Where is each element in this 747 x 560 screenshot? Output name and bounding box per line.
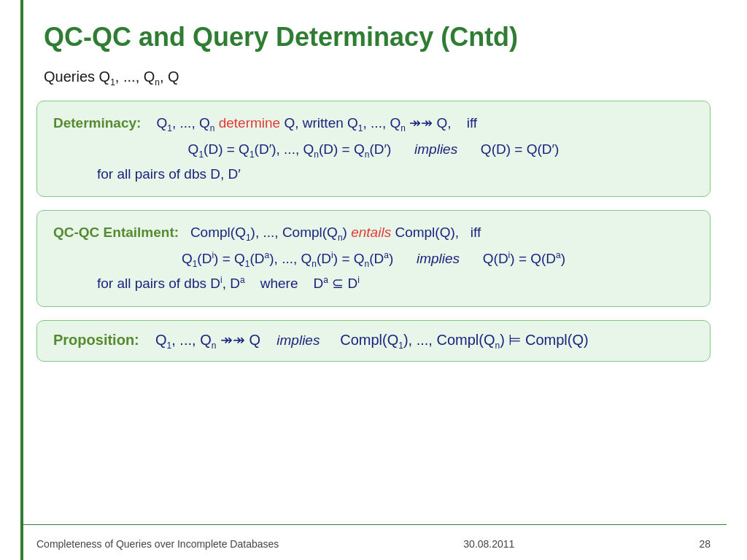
qcqc-line2: Q1(Di) = Q1(Da), ..., Qn(Di) = Qn(Da) im… [53, 249, 694, 271]
proposition-box: Proposition: Q1, ..., Qn ↠↠ Q implies Co… [36, 320, 711, 362]
qcqc-line1: QC-QC Entailment: Compl(Q1), ..., Compl(… [53, 222, 694, 244]
footer-divider [20, 524, 727, 526]
queries-line: Queries Q1, ..., Qn, Q [44, 69, 711, 88]
slide-title: QC-QC and Query Determinacy (Cntd) [44, 22, 711, 52]
left-border-decoration [20, 0, 23, 560]
entails-word: entails [351, 225, 391, 240]
determine-word: determine [219, 115, 281, 131]
slide: QC-QC and Query Determinacy (Cntd) Queri… [0, 0, 747, 560]
where-word: where [260, 276, 298, 291]
proposition-label: Proposition: [53, 332, 139, 348]
footer-page: 28 [699, 538, 711, 550]
determinacy-box: Determinacy: Q1, ..., Qn determine Q, wr… [36, 101, 711, 197]
footer: Completeness of Queries over Incomplete … [36, 538, 711, 550]
determinacy-line2: Q1(D) = Q1(D′), ..., Qn(D) = Qn(D′) impl… [53, 139, 694, 161]
determinacy-line3: for all pairs of dbs D, D′ [53, 164, 694, 185]
footer-left-text: Completeness of Queries over Incomplete … [36, 538, 279, 550]
determinacy-line1: Determinacy: Q1, ..., Qn determine Q, wr… [53, 113, 694, 135]
footer-date: 30.08.2011 [463, 538, 514, 550]
determinacy-label: Determinacy: [53, 115, 141, 131]
qcqc-box: QC-QC Entailment: Compl(Q1), ..., Compl(… [36, 210, 711, 307]
qcqc-line3: for all pairs of dbs Di, Da where Da ⊆ D… [53, 273, 694, 295]
qcqc-label: QC-QC Entailment: [53, 225, 179, 240]
